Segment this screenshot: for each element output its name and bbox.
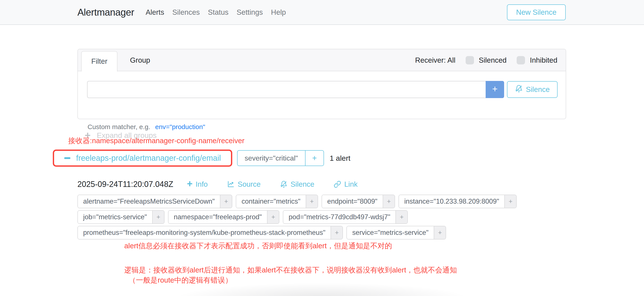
tab-filter[interactable]: Filter — [81, 51, 118, 72]
plus-icon: + — [187, 179, 193, 190]
bell-slash-icon — [515, 85, 523, 94]
navbar: Alertmanager Alerts Silences Status Sett… — [0, 0, 644, 25]
filter-panel-body: + Silence Custom matcher, e.g. env="prod… — [78, 71, 566, 119]
annotation-receiver-note: 接收器:namespace/altermanager-config-name/r… — [68, 136, 244, 146]
hint-text: Custom matcher, e.g. — [88, 123, 150, 130]
nav-items: Alerts Silences Status Settings Help — [146, 8, 286, 16]
group-receiver-label: freeleaps-prod/alertmanager-config/email — [76, 154, 221, 163]
label-chip-text[interactable]: pod="metrics-77d9cdb497-wdsj7" — [283, 211, 396, 224]
silenced-checkbox[interactable] — [466, 56, 474, 64]
nav-item-alerts[interactable]: Alerts — [146, 8, 164, 16]
silence-button-label: Silence — [526, 85, 550, 94]
label-chip-job: job="metrics-service" + — [78, 210, 164, 224]
nav-item-settings[interactable]: Settings — [237, 8, 263, 16]
filter-panel: Filter Group Receiver: All Silenced Inhi… — [78, 49, 566, 119]
label-add-button[interactable]: + — [220, 195, 232, 208]
label-add-button[interactable]: + — [434, 226, 446, 239]
label-chip-text[interactable]: instance="10.233.98.209:8009" — [399, 195, 504, 208]
silenced-checkbox-label: Silenced — [479, 56, 507, 64]
chart-line-icon — [227, 180, 234, 188]
label-add-button[interactable]: + — [383, 195, 394, 208]
bell-slash-icon — [280, 180, 288, 188]
group-receiver-toggle[interactable]: freeleaps-prod/alertmanager-config/email — [64, 154, 221, 163]
alert-header-row: 2025-09-24T11:20:07.048Z + Info Source — [78, 178, 358, 190]
nav-item-status[interactable]: Status — [208, 8, 228, 16]
label-chip-instance: instance="10.233.98.209:8009" + — [398, 194, 517, 208]
alert-info-link[interactable]: + Info — [187, 179, 208, 190]
alert-source-link[interactable]: Source — [227, 180, 261, 188]
annotation-logic-note-line1: 逻辑是：接收器收到alert后进行通知，如果alert不在接收器下，说明接收器没… — [124, 265, 457, 275]
alert-group-row: freeleaps-prod/alertmanager-config/email… — [53, 150, 350, 167]
hint-example-link[interactable]: env="production" — [155, 123, 205, 130]
inhibited-checkbox[interactable] — [517, 56, 525, 64]
annotation-alert-note: alert信息必须在接收器下才表示配置成功，否则即使能看到alert，但是通知是… — [124, 241, 392, 251]
alert-labels-row-1: alertname="FreeleapsMetricsServiceDown" … — [78, 194, 517, 208]
label-add-button[interactable]: + — [267, 211, 279, 224]
inhibited-checkbox-label: Inhibited — [530, 56, 557, 64]
annotation-logic-note-line2: （一般是route中的逻辑有错误） — [129, 275, 232, 285]
label-chip-endpoint: endpoint="8009" + — [322, 194, 395, 208]
silence-from-filter-button[interactable]: Silence — [507, 81, 558, 98]
label-add-button[interactable]: + — [306, 195, 318, 208]
alert-labels-row-2: job="metrics-service" + namespace="freel… — [78, 210, 408, 224]
alert-timestamp: 2025-09-24T11:20:07.048Z — [78, 180, 173, 189]
new-silence-button[interactable]: New Silence — [507, 4, 566, 20]
link-icon — [334, 180, 341, 188]
alert-count: 1 alert — [330, 154, 350, 162]
label-chip-text[interactable]: prometheus="freeleaps-monitoring-system/… — [78, 226, 330, 239]
add-matcher-button[interactable]: + — [486, 81, 504, 98]
receiver-filter-dropdown[interactable]: Receiver: All — [415, 56, 455, 64]
label-chip-text[interactable]: endpoint="8009" — [322, 195, 383, 208]
alert-silence-link[interactable]: Silence — [280, 180, 314, 188]
label-chip-pod: pod="metrics-77d9cdb497-wdsj7" + — [283, 210, 408, 224]
silence-link-label: Silence — [290, 180, 314, 188]
label-chip-text[interactable]: container="metrics" — [236, 195, 306, 208]
label-chip-text[interactable]: alertname="FreeleapsMetricsServiceDown" — [78, 195, 220, 208]
label-add-button[interactable]: + — [152, 211, 164, 224]
label-chip-text[interactable]: namespace="freeleaps-prod" — [168, 211, 267, 224]
filter-header-controls: Receiver: All Silenced Inhibited — [415, 49, 557, 71]
alert-permalink[interactable]: Link — [334, 180, 358, 188]
group-matcher-chip: severity="critical" + — [237, 150, 324, 166]
annotation-highlight-box: freeleaps-prod/alertmanager-config/email — [53, 150, 232, 167]
alertmanager-page: Alertmanager Alerts Silences Status Sett… — [0, 0, 644, 296]
info-link-label: Info — [196, 180, 208, 188]
label-chip-text[interactable]: job="metrics-service" — [78, 211, 152, 224]
label-chip-prometheus: prometheus="freeleaps-monitoring-system/… — [78, 226, 343, 240]
label-add-button[interactable]: + — [330, 226, 342, 239]
alert-actions: + Info Source — [187, 179, 358, 190]
label-chip-alertname: alertname="FreeleapsMetricsServiceDown" … — [78, 194, 232, 208]
app-brand[interactable]: Alertmanager — [78, 7, 134, 18]
collapse-minus-icon — [64, 157, 70, 159]
group-matcher-add-button[interactable]: + — [305, 151, 324, 166]
label-chip-container: container="metrics" + — [236, 194, 318, 208]
silenced-checkbox-group[interactable]: Silenced — [466, 56, 507, 64]
group-matcher-label[interactable]: severity="critical" — [238, 151, 305, 166]
custom-matcher-hint: Custom matcher, e.g. env="production" — [88, 123, 205, 131]
label-chip-text[interactable]: service="metrics-service" — [347, 226, 434, 239]
link-link-label: Link — [344, 180, 358, 188]
source-link-label: Source — [238, 180, 261, 188]
filter-panel-header: Filter Group Receiver: All Silenced Inhi… — [78, 49, 566, 71]
inhibited-checkbox-group[interactable]: Inhibited — [517, 56, 557, 64]
matcher-input[interactable] — [87, 81, 486, 98]
alert-labels-row-3: prometheus="freeleaps-monitoring-system/… — [78, 226, 446, 240]
label-add-button[interactable]: + — [396, 211, 407, 224]
nav-item-silences[interactable]: Silences — [172, 8, 200, 16]
label-add-button[interactable]: + — [504, 195, 516, 208]
nav-item-help[interactable]: Help — [271, 8, 286, 16]
label-chip-namespace: namespace="freeleaps-prod" + — [168, 210, 279, 224]
tab-group[interactable]: Group — [120, 49, 160, 71]
label-chip-service: service="metrics-service" + — [346, 226, 446, 240]
